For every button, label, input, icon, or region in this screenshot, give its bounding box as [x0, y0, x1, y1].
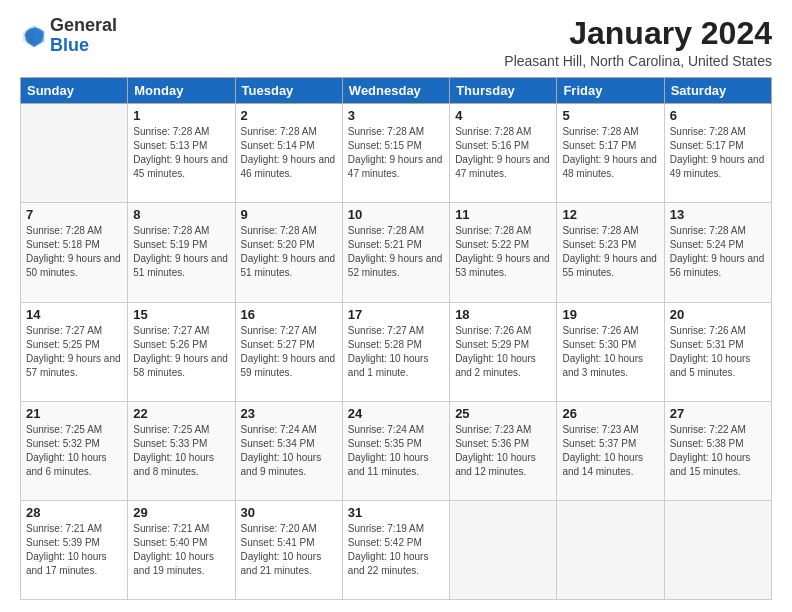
- calendar-cell: 21Sunrise: 7:25 AMSunset: 5:32 PMDayligh…: [21, 401, 128, 500]
- day-info: Sunrise: 7:28 AMSunset: 5:19 PMDaylight:…: [133, 224, 229, 280]
- day-info: Sunrise: 7:25 AMSunset: 5:33 PMDaylight:…: [133, 423, 229, 479]
- calendar-week-row-2: 7Sunrise: 7:28 AMSunset: 5:18 PMDaylight…: [21, 203, 772, 302]
- calendar-cell: 5Sunrise: 7:28 AMSunset: 5:17 PMDaylight…: [557, 104, 664, 203]
- day-number: 4: [455, 108, 551, 123]
- day-number: 24: [348, 406, 444, 421]
- day-number: 26: [562, 406, 658, 421]
- calendar-cell: 27Sunrise: 7:22 AMSunset: 5:38 PMDayligh…: [664, 401, 771, 500]
- calendar-cell: 9Sunrise: 7:28 AMSunset: 5:20 PMDaylight…: [235, 203, 342, 302]
- day-number: 29: [133, 505, 229, 520]
- calendar-cell: 6Sunrise: 7:28 AMSunset: 5:17 PMDaylight…: [664, 104, 771, 203]
- day-info: Sunrise: 7:26 AMSunset: 5:29 PMDaylight:…: [455, 324, 551, 380]
- day-number: 9: [241, 207, 337, 222]
- calendar-day-header-monday: Monday: [128, 78, 235, 104]
- calendar-cell: 26Sunrise: 7:23 AMSunset: 5:37 PMDayligh…: [557, 401, 664, 500]
- day-number: 21: [26, 406, 122, 421]
- calendar-week-row-3: 14Sunrise: 7:27 AMSunset: 5:25 PMDayligh…: [21, 302, 772, 401]
- calendar-cell: 12Sunrise: 7:28 AMSunset: 5:23 PMDayligh…: [557, 203, 664, 302]
- day-info: Sunrise: 7:28 AMSunset: 5:16 PMDaylight:…: [455, 125, 551, 181]
- calendar-cell: 17Sunrise: 7:27 AMSunset: 5:28 PMDayligh…: [342, 302, 449, 401]
- calendar-day-header-sunday: Sunday: [21, 78, 128, 104]
- day-info: Sunrise: 7:27 AMSunset: 5:26 PMDaylight:…: [133, 324, 229, 380]
- day-number: 19: [562, 307, 658, 322]
- day-info: Sunrise: 7:28 AMSunset: 5:15 PMDaylight:…: [348, 125, 444, 181]
- day-number: 5: [562, 108, 658, 123]
- calendar-day-header-tuesday: Tuesday: [235, 78, 342, 104]
- calendar-day-header-wednesday: Wednesday: [342, 78, 449, 104]
- day-info: Sunrise: 7:26 AMSunset: 5:31 PMDaylight:…: [670, 324, 766, 380]
- day-info: Sunrise: 7:28 AMSunset: 5:21 PMDaylight:…: [348, 224, 444, 280]
- calendar-cell: 15Sunrise: 7:27 AMSunset: 5:26 PMDayligh…: [128, 302, 235, 401]
- day-number: 11: [455, 207, 551, 222]
- day-number: 25: [455, 406, 551, 421]
- day-info: Sunrise: 7:22 AMSunset: 5:38 PMDaylight:…: [670, 423, 766, 479]
- calendar-day-header-friday: Friday: [557, 78, 664, 104]
- day-info: Sunrise: 7:28 AMSunset: 5:17 PMDaylight:…: [562, 125, 658, 181]
- calendar-week-row-5: 28Sunrise: 7:21 AMSunset: 5:39 PMDayligh…: [21, 500, 772, 599]
- calendar-week-row-4: 21Sunrise: 7:25 AMSunset: 5:32 PMDayligh…: [21, 401, 772, 500]
- calendar-cell: 16Sunrise: 7:27 AMSunset: 5:27 PMDayligh…: [235, 302, 342, 401]
- day-number: 12: [562, 207, 658, 222]
- day-number: 22: [133, 406, 229, 421]
- calendar-cell: 8Sunrise: 7:28 AMSunset: 5:19 PMDaylight…: [128, 203, 235, 302]
- calendar-cell: 4Sunrise: 7:28 AMSunset: 5:16 PMDaylight…: [450, 104, 557, 203]
- month-year: January 2024: [504, 16, 772, 51]
- day-info: Sunrise: 7:25 AMSunset: 5:32 PMDaylight:…: [26, 423, 122, 479]
- day-number: 18: [455, 307, 551, 322]
- calendar-cell: 24Sunrise: 7:24 AMSunset: 5:35 PMDayligh…: [342, 401, 449, 500]
- day-number: 28: [26, 505, 122, 520]
- day-number: 31: [348, 505, 444, 520]
- day-number: 13: [670, 207, 766, 222]
- day-number: 16: [241, 307, 337, 322]
- day-info: Sunrise: 7:28 AMSunset: 5:23 PMDaylight:…: [562, 224, 658, 280]
- calendar-cell: 22Sunrise: 7:25 AMSunset: 5:33 PMDayligh…: [128, 401, 235, 500]
- day-info: Sunrise: 7:28 AMSunset: 5:22 PMDaylight:…: [455, 224, 551, 280]
- logo-text: General Blue: [50, 16, 117, 56]
- day-info: Sunrise: 7:24 AMSunset: 5:35 PMDaylight:…: [348, 423, 444, 479]
- day-number: 27: [670, 406, 766, 421]
- day-number: 15: [133, 307, 229, 322]
- logo-general-text: General: [50, 16, 117, 36]
- calendar-cell: 19Sunrise: 7:26 AMSunset: 5:30 PMDayligh…: [557, 302, 664, 401]
- day-number: 1: [133, 108, 229, 123]
- calendar-cell: 2Sunrise: 7:28 AMSunset: 5:14 PMDaylight…: [235, 104, 342, 203]
- day-info: Sunrise: 7:23 AMSunset: 5:37 PMDaylight:…: [562, 423, 658, 479]
- location: Pleasant Hill, North Carolina, United St…: [504, 53, 772, 69]
- day-info: Sunrise: 7:28 AMSunset: 5:18 PMDaylight:…: [26, 224, 122, 280]
- calendar-cell: 28Sunrise: 7:21 AMSunset: 5:39 PMDayligh…: [21, 500, 128, 599]
- calendar-cell: 30Sunrise: 7:20 AMSunset: 5:41 PMDayligh…: [235, 500, 342, 599]
- day-number: 7: [26, 207, 122, 222]
- day-number: 14: [26, 307, 122, 322]
- calendar-cell: [450, 500, 557, 599]
- day-number: 10: [348, 207, 444, 222]
- calendar-cell: 1Sunrise: 7:28 AMSunset: 5:13 PMDaylight…: [128, 104, 235, 203]
- calendar-cell: [557, 500, 664, 599]
- title-block: January 2024 Pleasant Hill, North Caroli…: [504, 16, 772, 69]
- calendar-cell: [664, 500, 771, 599]
- calendar-cell: 20Sunrise: 7:26 AMSunset: 5:31 PMDayligh…: [664, 302, 771, 401]
- day-info: Sunrise: 7:28 AMSunset: 5:20 PMDaylight:…: [241, 224, 337, 280]
- calendar-cell: 10Sunrise: 7:28 AMSunset: 5:21 PMDayligh…: [342, 203, 449, 302]
- calendar-cell: 29Sunrise: 7:21 AMSunset: 5:40 PMDayligh…: [128, 500, 235, 599]
- logo: General Blue: [20, 16, 117, 56]
- calendar-table: SundayMondayTuesdayWednesdayThursdayFrid…: [20, 77, 772, 600]
- calendar-cell: 18Sunrise: 7:26 AMSunset: 5:29 PMDayligh…: [450, 302, 557, 401]
- day-info: Sunrise: 7:21 AMSunset: 5:39 PMDaylight:…: [26, 522, 122, 578]
- day-number: 20: [670, 307, 766, 322]
- logo-blue-text: Blue: [50, 36, 117, 56]
- calendar-day-header-thursday: Thursday: [450, 78, 557, 104]
- day-info: Sunrise: 7:20 AMSunset: 5:41 PMDaylight:…: [241, 522, 337, 578]
- calendar-cell: [21, 104, 128, 203]
- header: General Blue January 2024 Pleasant Hill,…: [20, 16, 772, 69]
- day-number: 6: [670, 108, 766, 123]
- calendar-cell: 11Sunrise: 7:28 AMSunset: 5:22 PMDayligh…: [450, 203, 557, 302]
- calendar-cell: 25Sunrise: 7:23 AMSunset: 5:36 PMDayligh…: [450, 401, 557, 500]
- day-number: 2: [241, 108, 337, 123]
- calendar-header-row: SundayMondayTuesdayWednesdayThursdayFrid…: [21, 78, 772, 104]
- day-info: Sunrise: 7:21 AMSunset: 5:40 PMDaylight:…: [133, 522, 229, 578]
- day-number: 30: [241, 505, 337, 520]
- calendar-cell: 7Sunrise: 7:28 AMSunset: 5:18 PMDaylight…: [21, 203, 128, 302]
- day-info: Sunrise: 7:23 AMSunset: 5:36 PMDaylight:…: [455, 423, 551, 479]
- day-info: Sunrise: 7:19 AMSunset: 5:42 PMDaylight:…: [348, 522, 444, 578]
- calendar-cell: 23Sunrise: 7:24 AMSunset: 5:34 PMDayligh…: [235, 401, 342, 500]
